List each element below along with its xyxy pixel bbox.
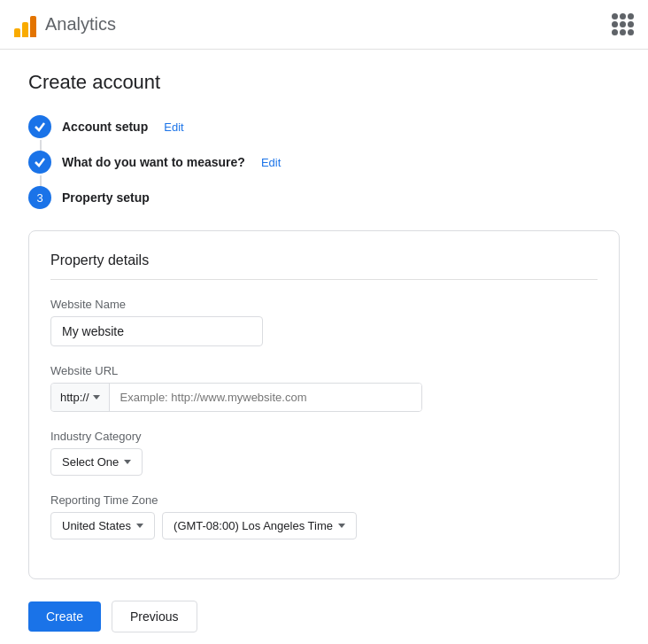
step-property-setup: 3 Property setup xyxy=(28,186,620,209)
timezone-select-button[interactable]: (GMT-08:00) Los Angeles Time xyxy=(162,512,357,539)
step-measure: What do you want to measure? Edit xyxy=(28,151,620,174)
industry-category-label: Industry Category xyxy=(50,430,598,443)
main-content: Create account Account setup Edit What d… xyxy=(0,50,648,644)
step-1-circle xyxy=(28,115,51,138)
timezone-select-label: (GMT-08:00) Los Angeles Time xyxy=(174,519,333,532)
card-title: Property details xyxy=(50,252,598,280)
website-name-group: Website Name xyxy=(50,298,598,346)
timezone-row: United States (GMT-08:00) Los Angeles Ti… xyxy=(50,512,598,539)
chevron-down-icon-timezone xyxy=(338,524,345,528)
header-left: Analytics xyxy=(14,12,116,37)
step-3-label: Property setup xyxy=(62,190,150,205)
url-input[interactable] xyxy=(110,384,421,411)
country-select-label: United States xyxy=(62,519,131,532)
property-details-card: Property details Website Name Website UR… xyxy=(28,230,620,579)
previous-button[interactable]: Previous xyxy=(112,601,197,632)
url-input-group: http:// xyxy=(50,383,422,412)
url-protocol-value: http:// xyxy=(60,391,89,404)
reporting-timezone-group: Reporting Time Zone United States (GMT-0… xyxy=(50,493,598,539)
action-buttons: Create Previous xyxy=(28,601,620,632)
step-1-edit[interactable]: Edit xyxy=(164,120,183,134)
website-url-label: Website URL xyxy=(50,364,598,377)
page-title: Create account xyxy=(28,71,620,94)
industry-select-button[interactable]: Select One xyxy=(50,448,143,476)
step-2-label: What do you want to measure? xyxy=(62,155,245,169)
step-1-label: Account setup xyxy=(62,120,148,134)
app-title: Analytics xyxy=(45,14,116,35)
apps-icon[interactable] xyxy=(612,13,634,35)
reporting-timezone-label: Reporting Time Zone xyxy=(50,493,598,507)
chevron-down-icon-country xyxy=(136,524,143,528)
step-3-circle: 3 xyxy=(28,186,51,209)
website-name-label: Website Name xyxy=(50,298,598,311)
industry-category-group: Industry Category Select One xyxy=(50,430,598,476)
website-name-input[interactable] xyxy=(50,316,263,346)
website-url-group: Website URL http:// xyxy=(50,364,598,412)
logo-bar-2 xyxy=(22,22,28,37)
country-select-button[interactable]: United States xyxy=(50,512,155,539)
analytics-logo xyxy=(14,12,36,37)
step-account-setup: Account setup Edit xyxy=(28,115,620,138)
url-protocol-selector[interactable]: http:// xyxy=(51,384,110,411)
step-2-edit[interactable]: Edit xyxy=(261,156,281,169)
checkmark-icon-2 xyxy=(34,156,46,168)
steps-list: Account setup Edit What do you want to m… xyxy=(28,115,620,209)
app-header: Analytics xyxy=(0,0,648,50)
chevron-down-icon xyxy=(93,395,100,400)
chevron-down-icon-industry xyxy=(124,460,131,464)
step-2-circle xyxy=(28,151,51,174)
create-button[interactable]: Create xyxy=(28,601,101,632)
logo-bar-3 xyxy=(30,16,36,37)
checkmark-icon xyxy=(34,120,46,133)
logo-bar-1 xyxy=(14,28,20,37)
industry-select-label: Select One xyxy=(62,455,119,469)
